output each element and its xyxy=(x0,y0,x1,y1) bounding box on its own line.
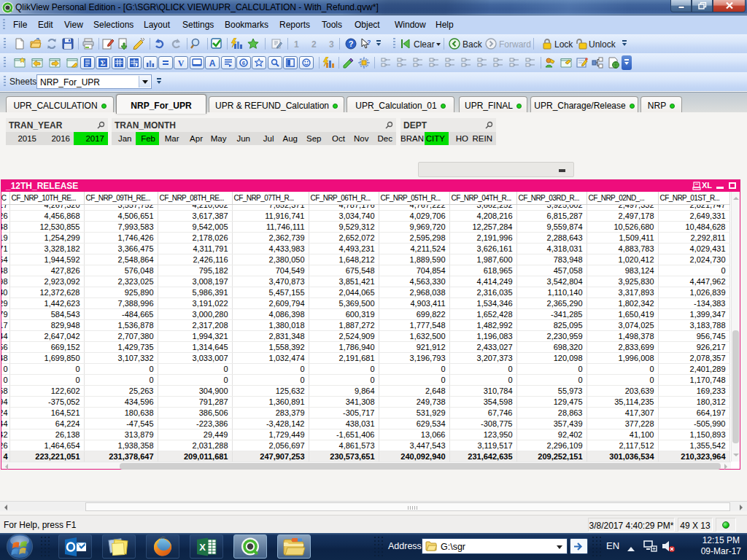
svg-text:X: X xyxy=(199,542,206,553)
svg-text:A: A xyxy=(209,58,216,67)
svg-text:6: 6 xyxy=(242,60,246,66)
svg-text:V: V xyxy=(178,58,185,67)
svg-text:?: ? xyxy=(349,39,354,48)
svg-text:Σ: Σ xyxy=(100,58,105,67)
svg-text:?: ? xyxy=(367,39,371,46)
